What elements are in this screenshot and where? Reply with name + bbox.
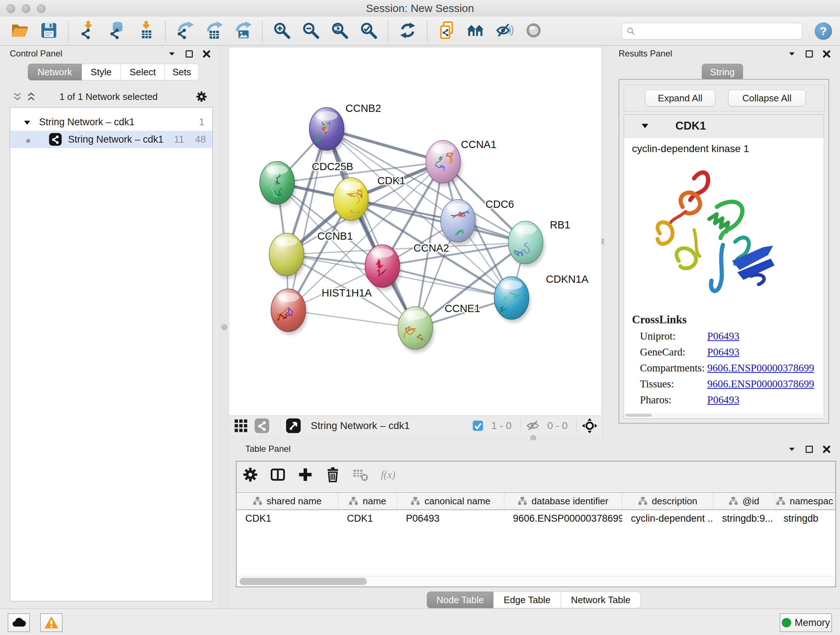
selected-checkbox-icon[interactable] bbox=[472, 420, 484, 432]
network-node-CDKN1A[interactable]: CDKN1A bbox=[494, 273, 589, 323]
import-table-button[interactable] bbox=[135, 21, 156, 42]
column-header-label: database identifier bbox=[531, 496, 608, 507]
expand-all-icon[interactable] bbox=[26, 92, 36, 102]
table-cell[interactable]: P06493 bbox=[397, 510, 504, 527]
export-image-button[interactable] bbox=[232, 21, 253, 42]
export-network-button[interactable] bbox=[174, 21, 195, 42]
import-table-icon bbox=[136, 21, 155, 41]
network-node-HIST1H1A[interactable]: HIST1H1A bbox=[271, 287, 372, 335]
zoom-fit-button[interactable] bbox=[329, 21, 350, 42]
lens-button[interactable] bbox=[523, 21, 544, 42]
network-row[interactable]: String Network – cdk1 11 48 bbox=[10, 131, 212, 148]
protein-card-header[interactable]: CDK1 bbox=[624, 115, 824, 138]
network-node-CDK1[interactable]: CDK1 bbox=[333, 175, 405, 224]
table-cell[interactable]: cyclin-dependent ... bbox=[622, 510, 714, 527]
delete-column-icon[interactable] bbox=[323, 464, 343, 485]
import-network-file-button[interactable] bbox=[77, 21, 98, 42]
zoom-selected-button[interactable] bbox=[358, 21, 379, 42]
save-session-button[interactable] bbox=[38, 21, 59, 42]
crosslink-value-link[interactable]: P06493 bbox=[707, 346, 739, 358]
column-header-description[interactable]: description bbox=[622, 493, 714, 509]
network-edge[interactable] bbox=[288, 129, 327, 310]
protein-description: cyclin-dependent kinase 1 bbox=[632, 143, 749, 155]
tab-select[interactable]: Select bbox=[121, 64, 165, 80]
left-splitter[interactable] bbox=[218, 46, 229, 608]
import-network-database-button[interactable] bbox=[106, 21, 127, 42]
table-cell[interactable]: CDK1 bbox=[338, 510, 397, 527]
tab-style[interactable]: Style bbox=[82, 64, 121, 80]
crosslink-value-link[interactable]: P06493 bbox=[707, 330, 739, 342]
export-table-button[interactable] bbox=[203, 21, 224, 42]
tab-network-table[interactable]: Network Table bbox=[561, 592, 641, 608]
panel-float-icon[interactable] bbox=[185, 49, 194, 59]
clone-network-button[interactable] bbox=[436, 21, 457, 42]
help-button[interactable]: ? bbox=[815, 22, 832, 40]
panel-float-icon[interactable] bbox=[805, 445, 814, 454]
table-cell[interactable]: stringdb:9... bbox=[714, 510, 775, 527]
collection-expand-icon[interactable] bbox=[23, 118, 31, 126]
bottom-splitter[interactable] bbox=[229, 435, 601, 440]
table-hscrollbar-thumb[interactable] bbox=[240, 578, 367, 585]
column-header-namespac[interactable]: namespac bbox=[775, 493, 835, 509]
panel-close-icon[interactable] bbox=[822, 49, 831, 59]
network-badge-icon[interactable] bbox=[254, 418, 270, 434]
network-options-gear-icon[interactable] bbox=[195, 90, 208, 103]
column-header-database-identifier[interactable]: database identifier bbox=[504, 493, 622, 509]
memory-button[interactable]: Memory bbox=[780, 613, 832, 632]
table-settings-gear-icon[interactable] bbox=[240, 464, 261, 485]
main-toolbar: ? bbox=[0, 17, 840, 46]
crosslink-value-link[interactable]: P06493 bbox=[707, 394, 739, 406]
table-row[interactable]: CDK1CDK1P064939606.ENSP00000378699cyclin… bbox=[237, 510, 835, 527]
panel-menu-icon[interactable] bbox=[787, 445, 797, 454]
collapse-all-button[interactable]: Collapse All bbox=[728, 90, 806, 106]
network-collection-row[interactable]: String Network – cdk1 1 bbox=[10, 113, 212, 131]
crosslink-value-link[interactable]: 9606.ENSP00000378699 bbox=[707, 378, 814, 390]
column-management-icon[interactable] bbox=[268, 464, 288, 485]
tab-node-table[interactable]: Node Table bbox=[427, 592, 493, 608]
collapse-all-icon[interactable] bbox=[12, 92, 22, 102]
network-node-RB1[interactable]: RB1 bbox=[508, 219, 570, 267]
panel-close-icon[interactable] bbox=[202, 49, 211, 59]
right-splitter[interactable] bbox=[601, 46, 604, 440]
zoom-out-button[interactable] bbox=[300, 21, 321, 42]
protein-expand-icon[interactable] bbox=[641, 122, 649, 130]
column-header-shared-name[interactable]: shared name bbox=[237, 493, 338, 509]
open-file-button[interactable] bbox=[9, 21, 30, 42]
card-hscrollbar-thumb[interactable] bbox=[625, 414, 652, 417]
tab-string[interactable]: String bbox=[702, 64, 743, 80]
node-label-CDC6: CDC6 bbox=[485, 198, 514, 210]
zoom-in-button[interactable] bbox=[271, 21, 292, 42]
eye-slash-button[interactable] bbox=[494, 21, 515, 42]
table-cell[interactable]: CDK1 bbox=[237, 510, 338, 527]
table-cell[interactable]: 9606.ENSP00000378699 bbox=[504, 510, 622, 527]
refresh-layout-button[interactable] bbox=[397, 21, 418, 42]
panel-menu-icon[interactable] bbox=[787, 49, 797, 59]
card-hscrollbar[interactable] bbox=[625, 413, 823, 417]
two-houses-button[interactable] bbox=[465, 21, 486, 42]
warning-icon bbox=[44, 616, 58, 630]
panel-menu-icon[interactable] bbox=[167, 49, 177, 59]
search-input[interactable] bbox=[638, 25, 802, 37]
cloud-button[interactable] bbox=[8, 613, 30, 632]
warning-button[interactable] bbox=[40, 613, 63, 632]
expand-all-button[interactable]: Expand All bbox=[645, 90, 715, 106]
add-column-icon[interactable] bbox=[295, 464, 316, 485]
left-splitter-handle[interactable] bbox=[221, 325, 227, 330]
cloud-icon bbox=[11, 616, 26, 630]
table-hscrollbar[interactable] bbox=[237, 576, 835, 586]
table-cell[interactable]: stringdb bbox=[775, 510, 835, 527]
fit-content-crosshair-icon[interactable] bbox=[582, 418, 598, 434]
birdseye-view-icon[interactable] bbox=[286, 418, 302, 434]
column-header-name[interactable]: name bbox=[338, 493, 397, 509]
network-canvas[interactable]: CCNB2CCNA1CDC25BCDK1CDC6RB1CCNB1CCNA2CDK… bbox=[229, 47, 601, 416]
tab-network[interactable]: Network bbox=[28, 64, 82, 80]
column-header--id[interactable]: @id bbox=[714, 493, 775, 509]
results-panel-tabs: String bbox=[702, 64, 743, 80]
grid-view-icon[interactable] bbox=[233, 418, 249, 434]
column-header-canonical-name[interactable]: canonical name bbox=[397, 493, 504, 509]
panel-float-icon[interactable] bbox=[805, 49, 814, 59]
tab-sets[interactable]: Sets bbox=[165, 64, 199, 80]
tab-edge-table[interactable]: Edge Table bbox=[493, 592, 561, 608]
crosslink-value-link[interactable]: 9606.ENSP00000378699 bbox=[707, 362, 814, 374]
panel-close-icon[interactable] bbox=[822, 445, 831, 454]
